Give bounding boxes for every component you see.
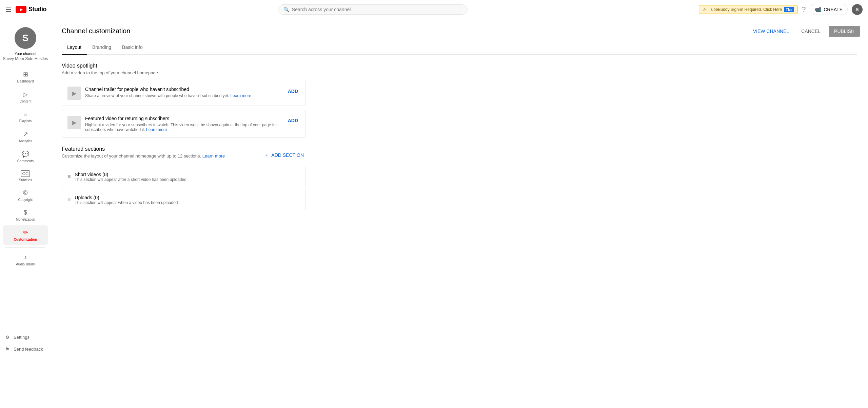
- actions-bar: VIEW CHANNEL CANCEL PUBLISH: [741, 19, 868, 43]
- page-title: Channel customization: [62, 27, 857, 35]
- sidebar-item-audio-library[interactable]: ♪ Audio library: [3, 251, 48, 270]
- audio-library-icon: ♪: [24, 254, 27, 261]
- short-videos-desc: This section will appear after a short v…: [75, 177, 300, 182]
- tubebuddy-logo: Tb≡: [784, 7, 794, 12]
- featured-sections-desc: Customize the layout of your channel hom…: [62, 153, 225, 159]
- short-videos-title: Short videos (0): [75, 172, 300, 177]
- tab-layout[interactable]: Layout: [62, 40, 87, 55]
- publish-button[interactable]: PUBLISH: [829, 26, 860, 37]
- sidebar-item-analytics[interactable]: ↗ Analytics: [3, 127, 48, 146]
- settings-icon: ⚙: [5, 335, 9, 340]
- tubebuddy-banner[interactable]: ⚠ TubeBuddy Sign-in Required. Click Here…: [699, 5, 798, 14]
- tubebuddy-text: TubeBuddy Sign-in Required. Click Here: [709, 7, 782, 12]
- sidebar-item-monetization[interactable]: $ Monetization: [3, 206, 48, 225]
- channel-trailer-add-button[interactable]: ADD: [286, 87, 300, 96]
- sidebar-label-comments: Comments: [17, 159, 34, 163]
- copyright-icon: ©: [23, 189, 27, 197]
- featured-sections-section: Featured sections Customize the layout o…: [62, 146, 306, 210]
- create-button[interactable]: 📹 CREATE: [810, 4, 848, 15]
- featured-video-card: ▶ Featured video for returning subscribe…: [62, 110, 306, 138]
- monetization-icon: $: [24, 209, 27, 216]
- sidebar-label-content: Content: [19, 99, 31, 103]
- video-spotlight-desc: Add a video to the top of your channel h…: [62, 70, 306, 75]
- video-spotlight-title: Video spotlight: [62, 63, 306, 69]
- sidebar-label-feedback: Send feedback: [14, 347, 43, 352]
- sidebar-item-copyright[interactable]: © Copyright: [3, 186, 48, 205]
- sidebar-label-copyright: Copyright: [18, 198, 33, 202]
- youtube-logo-icon: [16, 6, 26, 13]
- sidebar-label-analytics: Analytics: [19, 139, 32, 143]
- uploads-desc: This section will appear when a video ha…: [75, 200, 300, 205]
- featured-video-desc: Highlight a video for your subscribers t…: [85, 123, 282, 132]
- uploads-item: ≡ Uploads (0) This section will appear w…: [62, 190, 306, 210]
- video-spotlight-section: Video spotlight Add a video to the top o…: [62, 63, 306, 138]
- featured-video-body: Featured video for returning subscribers…: [85, 116, 282, 132]
- create-label: CREATE: [824, 7, 843, 12]
- channel-trailer-desc: Share a preview of your channel shown wi…: [85, 93, 282, 98]
- tab-branding[interactable]: Branding: [87, 40, 117, 55]
- uploads-title: Uploads (0): [75, 195, 300, 200]
- featured-sections-learn-more[interactable]: Learn more: [202, 153, 225, 159]
- sidebar-item-settings[interactable]: ⚙ Settings: [0, 331, 51, 343]
- channel-trailer-thumb: ▶: [67, 87, 81, 100]
- customization-icon: ✏: [23, 229, 28, 236]
- cancel-button[interactable]: CANCEL: [797, 26, 825, 36]
- topbar: ☰ Studio 🔍 ⚠ TubeBuddy Sign-in Required.…: [0, 0, 868, 19]
- help-icon[interactable]: ?: [802, 5, 806, 13]
- drag-handle-icon[interactable]: ≡: [67, 174, 71, 180]
- sidebar-label-settings: Settings: [14, 335, 29, 340]
- search-input[interactable]: [292, 7, 462, 12]
- analytics-icon: ↗: [23, 130, 28, 138]
- featured-sections-header: Featured sections Customize the layout o…: [62, 146, 306, 164]
- channel-avatar[interactable]: S: [15, 27, 36, 49]
- channel-label: Your channel: [15, 52, 36, 56]
- featured-sections-header-left: Featured sections Customize the layout o…: [62, 146, 225, 164]
- menu-icon[interactable]: ☰: [5, 5, 12, 14]
- sidebar-item-dashboard[interactable]: ⊞ Dashboard: [3, 67, 48, 87]
- channel-name: Savvy Mom Side Hustles: [3, 56, 48, 61]
- sidebar: S Your channel Savvy Mom Side Hustles ⊞ …: [0, 19, 51, 408]
- short-videos-body: Short videos (0) This section will appea…: [75, 172, 300, 182]
- channel-trailer-body: Channel trailer for people who haven't s…: [85, 87, 282, 98]
- dashboard-icon: ⊞: [23, 71, 28, 78]
- add-section-button[interactable]: ＋ ADD SECTION: [262, 150, 306, 160]
- sidebar-label-monetization: Monetization: [16, 218, 35, 221]
- search-icon: 🔍: [283, 7, 289, 12]
- feedback-icon: ⚑: [5, 347, 9, 352]
- sidebar-item-content[interactable]: ▷ Content: [3, 87, 48, 107]
- featured-video-learn-more[interactable]: Learn more: [146, 127, 167, 132]
- tabs: Layout Branding Basic info: [62, 40, 857, 55]
- logo: Studio: [16, 6, 46, 13]
- view-channel-button[interactable]: VIEW CHANNEL: [749, 26, 793, 36]
- short-videos-item: ≡ Short videos (0) This section will app…: [62, 167, 306, 187]
- sidebar-item-playlists[interactable]: ≡ Playlists: [3, 107, 48, 126]
- search-bar: 🔍: [278, 4, 468, 15]
- sidebar-item-subtitles[interactable]: CC Subtitles: [3, 167, 48, 185]
- channel-trailer-title: Channel trailer for people who haven't s…: [85, 87, 282, 92]
- avatar[interactable]: S: [852, 4, 863, 15]
- content-icon: ▷: [23, 91, 28, 98]
- sidebar-item-comments[interactable]: 💬 Comments: [3, 147, 48, 166]
- tab-basic-info[interactable]: Basic info: [117, 40, 148, 55]
- sidebar-label-playlists: Playlists: [19, 119, 32, 123]
- featured-video-title: Featured video for returning subscribers: [85, 116, 282, 121]
- featured-video-action: ADD: [286, 116, 300, 125]
- channel-trailer-action: ADD: [286, 87, 300, 96]
- sidebar-item-customization[interactable]: ✏ Customization: [3, 225, 48, 245]
- studio-logo-text: Studio: [28, 6, 46, 13]
- sidebar-label-audio-library: Audio library: [16, 262, 35, 266]
- content-area: Video spotlight Add a video to the top o…: [62, 63, 306, 210]
- featured-video-add-button[interactable]: ADD: [286, 116, 300, 125]
- drag-handle-icon[interactable]: ≡: [67, 197, 71, 203]
- comments-icon: 💬: [22, 150, 29, 158]
- add-section-label: ADD SECTION: [271, 152, 304, 158]
- channel-trailer-learn-more[interactable]: Learn more: [231, 93, 251, 98]
- sidebar-label-subtitles: Subtitles: [19, 178, 32, 182]
- sidebar-item-feedback[interactable]: ⚑ Send feedback: [0, 343, 51, 355]
- featured-video-thumb: ▶: [67, 116, 81, 129]
- sidebar-label-customization: Customization: [14, 238, 37, 241]
- playlists-icon: ≡: [24, 111, 27, 118]
- channel-info: S Your channel Savvy Mom Side Hustles: [0, 22, 51, 67]
- main-content: VIEW CHANNEL CANCEL PUBLISH Channel cust…: [51, 19, 868, 408]
- video-camera-icon: 📹: [815, 6, 822, 13]
